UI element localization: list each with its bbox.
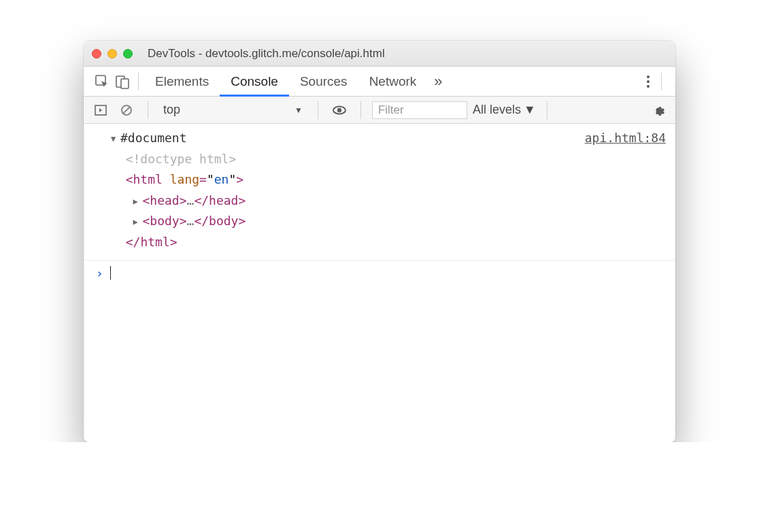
source-link[interactable]: api.html:84 — [585, 128, 666, 149]
inspect-element-icon[interactable] — [92, 74, 112, 89]
doctype-node: <!doctype html> — [126, 152, 237, 166]
console-settings-icon[interactable] — [648, 103, 669, 117]
console-toolbar: top ▼ All levels ▼ — [84, 97, 675, 124]
close-icon[interactable] — [92, 49, 101, 59]
divider — [661, 73, 662, 90]
context-selector[interactable]: top ▼ — [159, 103, 307, 117]
divider — [148, 101, 148, 119]
log-levels-selector[interactable]: All levels ▼ — [473, 103, 536, 117]
divider — [318, 101, 318, 119]
live-expression-icon[interactable] — [329, 103, 350, 118]
svg-point-10 — [337, 107, 341, 112]
main-menu-icon[interactable] — [639, 74, 657, 89]
head-tag[interactable]: head — [150, 193, 179, 207]
collapse-icon[interactable]: ▼ — [111, 132, 120, 146]
device-toolbar-icon[interactable] — [112, 74, 133, 89]
html-tag[interactable]: html — [133, 172, 163, 186]
divider — [547, 101, 547, 119]
toggle-sidebar-icon[interactable] — [90, 103, 111, 117]
filter-input[interactable] — [372, 101, 467, 119]
body-tag[interactable]: body — [150, 214, 179, 228]
tab-elements[interactable]: Elements — [144, 67, 220, 96]
window-title: DevTools - devtools.glitch.me/console/ap… — [145, 47, 667, 61]
context-selector-label: top — [163, 103, 180, 117]
tab-network[interactable]: Network — [358, 67, 428, 96]
maximize-icon[interactable] — [123, 49, 133, 59]
minimize-icon[interactable] — [107, 49, 117, 59]
divider — [360, 101, 361, 119]
panel-tabs: Elements Console Sources Network » — [84, 67, 675, 97]
svg-rect-2 — [121, 79, 129, 88]
svg-point-5 — [647, 85, 650, 88]
tab-sources[interactable]: Sources — [289, 67, 358, 96]
chevron-down-icon: ▼ — [524, 103, 536, 117]
clear-console-icon[interactable] — [116, 103, 137, 117]
chevron-down-icon: ▼ — [294, 105, 303, 115]
tabs-overflow-icon[interactable]: » — [427, 73, 449, 90]
svg-point-3 — [647, 76, 650, 78]
prompt-caret-icon: › — [96, 266, 103, 280]
dom-tree[interactable]: ▼#document <!doctype html> <html lang="e… — [111, 128, 667, 253]
expand-icon[interactable]: ▶ — [133, 195, 143, 208]
document-node[interactable]: #document — [120, 131, 187, 145]
titlebar: DevTools - devtools.glitch.me/console/ap… — [84, 41, 675, 67]
console-prompt[interactable]: › — [84, 261, 675, 286]
console-output: api.html:84 ▼#document <!doctype html> <… — [84, 124, 675, 442]
text-cursor — [110, 266, 112, 280]
tab-console[interactable]: Console — [220, 67, 289, 97]
divider — [138, 73, 139, 90]
svg-point-4 — [647, 80, 650, 83]
svg-line-8 — [123, 107, 130, 114]
window-controls — [92, 49, 133, 59]
console-entry[interactable]: api.html:84 ▼#document <!doctype html> <… — [84, 124, 675, 261]
devtools-window: DevTools - devtools.glitch.me/console/ap… — [84, 41, 675, 442]
log-levels-label: All levels — [473, 103, 521, 117]
expand-icon[interactable]: ▶ — [133, 215, 143, 229]
